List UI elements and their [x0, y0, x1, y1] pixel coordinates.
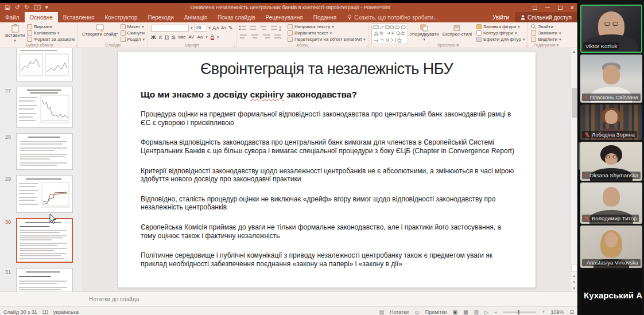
- close-button[interactable]: ×: [571, 5, 574, 11]
- tell-me-box[interactable]: Скажіть, що потрібно зробити...: [342, 12, 444, 22]
- arrange-button[interactable]: Упорядкувати ▾: [408, 24, 441, 42]
- language-indicator[interactable]: українська: [53, 309, 79, 315]
- tab-animations[interactable]: Анімація: [179, 12, 212, 22]
- save-icon[interactable]: [5, 5, 10, 10]
- underline-button[interactable]: П: [165, 34, 169, 40]
- text-shadow-button[interactable]: S: [172, 34, 175, 40]
- ribbon-display-options-icon[interactable]: [533, 6, 537, 10]
- thumbnail-slide-28[interactable]: 28: [0, 133, 83, 170]
- text-direction-button[interactable]: Напрямок тексту▾: [287, 24, 366, 30]
- paste-button[interactable]: Вставити ▾: [3, 24, 26, 44]
- shape-outline-button[interactable]: Контур фігури▾: [476, 30, 525, 36]
- comments-toggle-button[interactable]: Примітки: [425, 309, 447, 315]
- clear-formatting-button[interactable]: ✎: [228, 25, 233, 31]
- section-button[interactable]: Розділ▾: [120, 36, 145, 42]
- scroll-down-icon[interactable]: ▼: [572, 286, 576, 290]
- share-button[interactable]: Спільний доступ: [515, 12, 577, 22]
- font-color-button[interactable]: A: [211, 34, 214, 41]
- minimize-button[interactable]: [545, 7, 550, 8]
- slide-title[interactable]: Євроінтеграція та незалежність НБУ: [118, 60, 536, 78]
- normal-view-button[interactable]: ▣: [452, 309, 457, 315]
- align-text-button[interactable]: Вирівняти текст▾: [287, 30, 366, 36]
- redo-icon[interactable]: ↻: [24, 5, 29, 10]
- notes-toggle-button[interactable]: Нотатки: [390, 309, 409, 315]
- tab-view[interactable]: Подання: [308, 12, 342, 22]
- zoom-out-button[interactable]: −: [494, 309, 497, 315]
- cut-button[interactable]: Вирізати: [26, 24, 75, 30]
- select-button[interactable]: Виділити▾: [530, 36, 561, 42]
- sign-in-button[interactable]: Увійти: [487, 12, 515, 22]
- participant-tile[interactable]: Володимир Титор: [580, 182, 642, 224]
- previous-slide-icon[interactable]: ▴: [573, 274, 575, 278]
- slide-sorter-view-button[interactable]: ▦: [463, 309, 468, 315]
- new-slide-button[interactable]: Створити слайд*: [80, 24, 120, 37]
- shrink-font-button[interactable]: A˅: [221, 25, 227, 30]
- alignment-buttons-icons[interactable]: [239, 33, 284, 40]
- change-case-button[interactable]: Aa: [197, 34, 203, 40]
- tab-file[interactable]: Файл: [0, 12, 25, 22]
- participant-tile-video-off[interactable]: Кухарський Андрій Кухарський Андрій: [580, 270, 642, 315]
- participant-tile[interactable]: Anastasiya Virkovska: [580, 225, 642, 268]
- spellcheck-book-icon[interactable]: [42, 310, 48, 314]
- fit-to-window-icon[interactable]: ⊡: [569, 309, 574, 315]
- zoom-level[interactable]: 109%: [550, 309, 564, 315]
- find-button[interactable]: Знайти: [530, 24, 561, 30]
- tab-transitions[interactable]: Переходи: [143, 12, 179, 22]
- zoom-slider-knob[interactable]: [518, 310, 519, 314]
- drawing-dialog-launcher[interactable]: ⌟: [525, 42, 527, 47]
- strikethrough-button[interactable]: abc: [178, 34, 185, 40]
- reading-view-button[interactable]: ▥: [474, 309, 479, 315]
- participant-tile[interactable]: Oksana Shymanska: [580, 142, 642, 181]
- video-panel-scrollbar-thumb[interactable]: [579, 142, 580, 170]
- slide-heading[interactable]: Що ми знаємо з досвіду скрінігу законода…: [141, 90, 513, 100]
- zoom-in-button[interactable]: +: [542, 309, 545, 315]
- paragraph-dialog-launcher[interactable]: ⌟: [366, 42, 367, 47]
- shape-effects-button[interactable]: Ефекти для фігур▾: [476, 36, 525, 42]
- restore-button[interactable]: [558, 6, 562, 10]
- italic-button[interactable]: К: [159, 34, 162, 40]
- scroll-up-icon[interactable]: ▲: [572, 49, 576, 53]
- font-dialog-launcher[interactable]: ⌟: [234, 42, 235, 47]
- editor-scrollbar[interactable]: ▲ ▴ ▾ ▼: [570, 48, 577, 291]
- undo-icon[interactable]: ↺: [15, 5, 20, 10]
- font-size-combobox[interactable]: 28: [195, 25, 207, 32]
- smartart-button[interactable]: Перетворити на об'єкт SmartArt▾: [287, 36, 366, 42]
- participant-tile-active[interactable]: Viktor Koziuk: [580, 5, 642, 53]
- scrollbar-thumb[interactable]: [572, 88, 577, 118]
- scrollbar-page-area[interactable]: [571, 264, 577, 272]
- replace-button[interactable]: Замінити▾: [530, 30, 561, 36]
- character-spacing-button[interactable]: AV: [188, 34, 194, 40]
- thumbnail-slide-29[interactable]: 29: [0, 175, 83, 213]
- slide-body-textbox[interactable]: Процедура оцінки на предмет формальної в…: [141, 110, 516, 269]
- thumbnail-slide-26[interactable]: [0, 48, 83, 81]
- tab-insert[interactable]: Вставлення: [58, 12, 100, 22]
- start-slideshow-icon[interactable]: [34, 5, 41, 10]
- clipboard-dialog-launcher[interactable]: ⌟: [75, 42, 77, 47]
- shape-fill-button[interactable]: Заливка фігури▾: [476, 24, 525, 30]
- shapes-gallery[interactable]: [371, 24, 408, 44]
- participant-tile[interactable]: Пласконь Світлана: [580, 55, 642, 103]
- thumbnail-slide-27[interactable]: 27: [0, 87, 83, 128]
- notes-pane[interactable]: Нотатки до слайда: [0, 291, 577, 306]
- next-slide-icon[interactable]: ▾: [573, 280, 575, 285]
- thumbnail-slide-30-selected[interactable]: 30: [0, 218, 83, 263]
- current-slide[interactable]: Євроінтеграція та незалежність НБУ Що ми…: [118, 52, 536, 287]
- format-painter-button[interactable]: Формат за зразком: [26, 36, 75, 42]
- tab-slideshow[interactable]: Показ слайдів: [212, 12, 261, 22]
- list-buttons-icons[interactable]: [239, 25, 284, 32]
- font-name-combobox[interactable]: [151, 25, 189, 32]
- participant-name: Пласконь Світлана: [590, 94, 638, 100]
- tab-home[interactable]: Основне: [25, 12, 58, 22]
- zoom-slider[interactable]: [503, 312, 536, 313]
- participant-tile[interactable]: Лободіна Зоряна: [580, 104, 642, 140]
- grow-font-button[interactable]: A˄: [212, 25, 219, 31]
- tab-design[interactable]: Конструктор: [100, 12, 143, 22]
- bold-button[interactable]: Ж: [151, 34, 156, 40]
- copy-button[interactable]: Копіювати▾: [26, 30, 75, 36]
- thumbnail-slide-31[interactable]: 31: [0, 268, 83, 291]
- quick-styles-button[interactable]: Експрес-стилі: [441, 24, 474, 37]
- tab-review[interactable]: Рецензування: [261, 12, 308, 22]
- slideshow-view-button[interactable]: ▷: [484, 309, 488, 315]
- reset-button[interactable]: Скинути: [120, 30, 145, 36]
- layout-button[interactable]: Макет▾: [120, 24, 145, 30]
